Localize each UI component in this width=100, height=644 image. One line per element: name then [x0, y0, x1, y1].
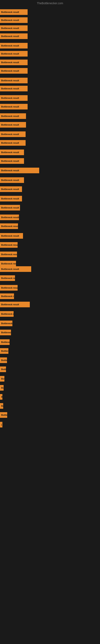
bar-label: Bottleneck result — [1, 11, 19, 13]
bar-item: Bottleneck result — [0, 17, 28, 23]
bar-label: Bottleneck result — [1, 169, 19, 172]
bar-item: Bo — [0, 403, 3, 409]
bar-label: Bottleneck result — [1, 313, 14, 315]
bar-item: Bottleneck result — [0, 34, 28, 39]
bar-item: Bottleneck result — [0, 285, 18, 290]
bar-label: Bottleneck result — [1, 225, 18, 228]
bar-label: Bottleneck result — [1, 115, 19, 117]
bar-label: Bottleneck result — [1, 206, 19, 209]
bar-item: Bottleneck result — [0, 358, 7, 363]
bar-label: Bottleneck result — [1, 19, 19, 21]
bar-item: Bottleneck result — [0, 25, 28, 31]
bar-label: Bottleneck result — [1, 35, 19, 38]
bar-item: Bottleneck result — [0, 177, 24, 183]
bar-label: Bottleneck result — [1, 295, 14, 298]
bar-item: Bottleneck result — [0, 186, 22, 192]
bar-label: Bottleneck result — [1, 179, 19, 181]
bar-label: Bottleneck result — [1, 97, 19, 99]
bar-label: Bottleneck result — [1, 235, 19, 237]
bar-item: Bottleneck result — [0, 51, 28, 56]
bar-item: Bottleneck result — [0, 60, 28, 65]
site-title: TheBottlenecker.com — [0, 0, 100, 6]
bar-label: Bottleneck result — [1, 133, 19, 136]
bar-item: Bottleneck result — [0, 366, 6, 372]
bar-item: Bottleneck result — [0, 242, 18, 248]
bar-item: Bottleneck result — [0, 275, 15, 281]
bar-label: Bottleneck result — [1, 303, 19, 306]
bar-item: Bottleneck result — [0, 86, 28, 91]
bar-label: Bottleneck result — [1, 198, 19, 200]
bar-item: Bottleneck result — [0, 9, 28, 15]
bar-label: Bottle — [1, 414, 7, 416]
bar-label: Bottleneck result — [1, 277, 15, 279]
bar-label: Bottleneck result — [1, 87, 19, 90]
bar-label: Bottleneck result — [1, 359, 7, 362]
bar-label: Bottleneck result — [1, 386, 3, 389]
bar-label: Bottleneck result — [1, 322, 12, 324]
bar-item: Bottleneck result — [0, 68, 28, 74]
chart-area: Bottleneck resultBottleneck resultBottle… — [0, 6, 100, 640]
bar-item: Bottleneck result — [0, 385, 3, 391]
bar-label: Bottleneck result — [1, 70, 19, 72]
bar-item: Bottleneck result — [0, 294, 14, 299]
bar-label: Bo — [1, 405, 3, 407]
bar-item: Bottle — [0, 412, 7, 418]
bar-item: Bottleneck result — [0, 205, 20, 210]
bar-item: Bottleneck result — [0, 376, 4, 382]
bar-label: Bottleneck result — [1, 106, 19, 108]
bar-item: Bottleneck result — [0, 302, 30, 307]
bar-item: Bottleneck result — [0, 196, 22, 202]
bar-item: Bottleneck result — [0, 261, 16, 266]
bar-item: Bottleneck result — [0, 339, 10, 345]
bar-label: Bottleneck result — [1, 142, 19, 144]
bar-label: B — [1, 396, 2, 398]
bar-item: Bottleneck result — [0, 348, 8, 354]
bar-label: Bottleneck result — [1, 188, 19, 190]
bar-item: Bottleneck result — [0, 104, 28, 110]
bar-item: Bottleneck result — [0, 311, 14, 317]
bar-label: | — [1, 424, 2, 426]
bar-label: Bottleneck result — [1, 350, 8, 352]
bar-item: Bottleneck result — [0, 266, 31, 272]
bar-item: Bottleneck result — [0, 224, 18, 229]
bar-label: Bottleneck result — [1, 52, 19, 55]
bar-label: Bottleneck result — [1, 378, 4, 380]
bar-label: Bottleneck result — [1, 124, 19, 126]
bar-item: Bottleneck result — [0, 95, 28, 101]
bar-item: Bottleneck result — [0, 78, 28, 83]
bar-item: Bottleneck result — [0, 233, 23, 239]
bar-label: Bottleneck result — [1, 268, 19, 270]
bar-label: Bottleneck result — [1, 368, 6, 370]
bar-label: Bottleneck result — [1, 79, 19, 82]
bar-item: Bottleneck result — [0, 168, 39, 173]
bar-label: Bottleneck result — [1, 244, 18, 246]
bar-item: | — [0, 422, 2, 428]
bar-item: Bottleneck result — [0, 252, 17, 257]
bar-label: Bottleneck result — [1, 286, 18, 289]
bar-item: Bottleneck result — [0, 140, 26, 146]
bar-item: Bottleneck result — [0, 43, 28, 48]
bar-item: Bottleneck result — [0, 132, 26, 137]
bar-label: Bottleneck result — [1, 151, 19, 154]
bar-label: Bottleneck result — [1, 44, 19, 47]
bar-item: Bottleneck result — [0, 113, 26, 119]
bar-item: Bottleneck result — [0, 320, 12, 326]
bar-label: Bottleneck result — [1, 331, 11, 334]
bar-label: Bottleneck result — [1, 262, 16, 265]
bar-item: Bottleneck result — [0, 150, 24, 155]
bar-label: Bottleneck result — [1, 216, 19, 218]
bar-label: Bottleneck result — [1, 341, 10, 343]
bar-item: Bottleneck result — [0, 214, 19, 220]
bar-label: Bottleneck result — [1, 27, 19, 30]
bar-item: B — [0, 394, 2, 400]
bar-item: Bottleneck result — [0, 330, 11, 335]
bar-label: Bottleneck result — [1, 61, 19, 64]
bar-item: Bottleneck result — [0, 158, 24, 164]
bar-item: Bottleneck result — [0, 122, 26, 128]
bar-label: Bottleneck result — [1, 160, 19, 162]
bar-label: Bottleneck result — [1, 253, 17, 256]
